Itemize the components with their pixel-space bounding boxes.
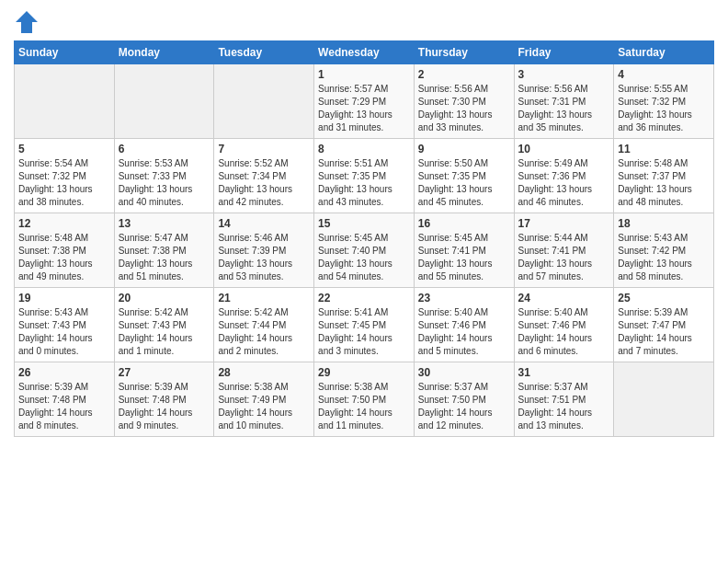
calendar-cell: 27Sunrise: 5:39 AMSunset: 7:48 PMDayligh…: [114, 362, 214, 437]
day-info: Sunrise: 5:40 AMSunset: 7:46 PMDaylight:…: [418, 306, 510, 358]
weekday-header-sunday: Sunday: [15, 41, 115, 64]
day-number: 21: [218, 292, 310, 304]
day-number: 31: [518, 366, 610, 379]
day-number: 8: [318, 143, 410, 155]
logo-icon: [14, 9, 40, 35]
calendar-cell: 7Sunrise: 5:52 AMSunset: 7:34 PMDaylight…: [214, 139, 314, 213]
day-number: 5: [18, 143, 110, 155]
day-info: Sunrise: 5:56 AMSunset: 7:31 PMDaylight:…: [518, 83, 610, 134]
day-number: 16: [418, 217, 510, 230]
day-info: Sunrise: 5:46 AMSunset: 7:39 PMDaylight:…: [218, 232, 310, 283]
weekday-header-saturday: Saturday: [614, 41, 714, 64]
day-info: Sunrise: 5:48 AMSunset: 7:38 PMDaylight:…: [18, 232, 110, 283]
calendar-cell: 17Sunrise: 5:44 AMSunset: 7:41 PMDayligh…: [514, 213, 614, 288]
day-info: Sunrise: 5:45 AMSunset: 7:40 PMDaylight:…: [318, 232, 410, 283]
calendar-cell: 31Sunrise: 5:37 AMSunset: 7:51 PMDayligh…: [514, 362, 614, 437]
day-info: Sunrise: 5:54 AMSunset: 7:32 PMDaylight:…: [18, 157, 110, 209]
calendar-week-1: 1Sunrise: 5:57 AMSunset: 7:29 PMDaylight…: [15, 64, 714, 139]
header-row: SundayMondayTuesdayWednesdayThursdayFrid…: [15, 41, 714, 64]
calendar-cell: 29Sunrise: 5:38 AMSunset: 7:50 PMDayligh…: [314, 362, 415, 437]
weekday-header-thursday: Thursday: [414, 41, 514, 64]
day-info: Sunrise: 5:50 AMSunset: 7:35 PMDaylight:…: [418, 157, 510, 209]
day-info: Sunrise: 5:48 AMSunset: 7:37 PMDaylight:…: [618, 157, 710, 209]
calendar-cell: 24Sunrise: 5:40 AMSunset: 7:46 PMDayligh…: [514, 288, 614, 362]
day-info: Sunrise: 5:41 AMSunset: 7:45 PMDaylight:…: [318, 306, 410, 358]
calendar-cell: [614, 362, 714, 437]
day-info: Sunrise: 5:44 AMSunset: 7:41 PMDaylight:…: [518, 232, 610, 283]
day-number: 9: [418, 143, 510, 155]
calendar-cell: 13Sunrise: 5:47 AMSunset: 7:38 PMDayligh…: [114, 213, 214, 288]
day-info: Sunrise: 5:38 AMSunset: 7:50 PMDaylight:…: [318, 381, 410, 432]
weekday-header-tuesday: Tuesday: [214, 41, 314, 64]
day-number: 6: [119, 143, 210, 155]
day-number: 24: [518, 292, 610, 304]
svg-marker-0: [16, 11, 38, 33]
calendar-cell: 28Sunrise: 5:38 AMSunset: 7:49 PMDayligh…: [214, 362, 314, 437]
day-number: 11: [618, 143, 710, 155]
day-info: Sunrise: 5:38 AMSunset: 7:49 PMDaylight:…: [218, 381, 310, 432]
day-info: Sunrise: 5:43 AMSunset: 7:42 PMDaylight:…: [618, 232, 710, 283]
calendar-week-2: 5Sunrise: 5:54 AMSunset: 7:32 PMDaylight…: [15, 139, 714, 213]
calendar-cell: 26Sunrise: 5:39 AMSunset: 7:48 PMDayligh…: [15, 362, 115, 437]
day-info: Sunrise: 5:39 AMSunset: 7:48 PMDaylight:…: [18, 381, 110, 432]
calendar-cell: 30Sunrise: 5:37 AMSunset: 7:50 PMDayligh…: [414, 362, 514, 437]
calendar-cell: 22Sunrise: 5:41 AMSunset: 7:45 PMDayligh…: [314, 288, 415, 362]
calendar-cell: 15Sunrise: 5:45 AMSunset: 7:40 PMDayligh…: [314, 213, 415, 288]
calendar-cell: 3Sunrise: 5:56 AMSunset: 7:31 PMDaylight…: [514, 64, 614, 139]
day-info: Sunrise: 5:47 AMSunset: 7:38 PMDaylight:…: [119, 232, 210, 283]
day-number: 1: [318, 68, 410, 81]
calendar-cell: 8Sunrise: 5:51 AMSunset: 7:35 PMDaylight…: [314, 139, 415, 213]
day-number: 14: [218, 217, 310, 230]
calendar-cell: 20Sunrise: 5:42 AMSunset: 7:43 PMDayligh…: [114, 288, 214, 362]
day-info: Sunrise: 5:49 AMSunset: 7:36 PMDaylight:…: [518, 157, 610, 209]
day-info: Sunrise: 5:39 AMSunset: 7:47 PMDaylight:…: [618, 306, 710, 358]
day-number: 10: [518, 143, 610, 155]
calendar-cell: 4Sunrise: 5:55 AMSunset: 7:32 PMDaylight…: [614, 64, 714, 139]
day-number: 3: [518, 68, 610, 81]
calendar-cell: 6Sunrise: 5:53 AMSunset: 7:33 PMDaylight…: [114, 139, 214, 213]
calendar-cell: 2Sunrise: 5:56 AMSunset: 7:30 PMDaylight…: [414, 64, 514, 139]
page-header: [14, 9, 714, 35]
day-info: Sunrise: 5:53 AMSunset: 7:33 PMDaylight:…: [119, 157, 210, 209]
calendar-cell: 25Sunrise: 5:39 AMSunset: 7:47 PMDayligh…: [614, 288, 714, 362]
calendar-cell: [15, 64, 115, 139]
day-number: 12: [18, 217, 110, 230]
day-info: Sunrise: 5:57 AMSunset: 7:29 PMDaylight:…: [318, 83, 410, 134]
calendar-cell: 16Sunrise: 5:45 AMSunset: 7:41 PMDayligh…: [414, 213, 514, 288]
calendar-cell: 19Sunrise: 5:43 AMSunset: 7:43 PMDayligh…: [15, 288, 115, 362]
calendar-week-3: 12Sunrise: 5:48 AMSunset: 7:38 PMDayligh…: [15, 213, 714, 288]
calendar-cell: 21Sunrise: 5:42 AMSunset: 7:44 PMDayligh…: [214, 288, 314, 362]
day-number: 17: [518, 217, 610, 230]
weekday-header-friday: Friday: [514, 41, 614, 64]
calendar-week-5: 26Sunrise: 5:39 AMSunset: 7:48 PMDayligh…: [15, 362, 714, 437]
day-number: 2: [418, 68, 510, 81]
calendar-cell: 12Sunrise: 5:48 AMSunset: 7:38 PMDayligh…: [15, 213, 115, 288]
calendar-cell: 10Sunrise: 5:49 AMSunset: 7:36 PMDayligh…: [514, 139, 614, 213]
day-info: Sunrise: 5:51 AMSunset: 7:35 PMDaylight:…: [318, 157, 410, 209]
calendar-cell: 5Sunrise: 5:54 AMSunset: 7:32 PMDaylight…: [15, 139, 115, 213]
day-number: 18: [618, 217, 710, 230]
calendar-cell: [114, 64, 214, 139]
day-number: 4: [618, 68, 710, 81]
day-info: Sunrise: 5:52 AMSunset: 7:34 PMDaylight:…: [218, 157, 310, 209]
day-number: 23: [418, 292, 510, 304]
calendar-cell: [214, 64, 314, 139]
day-number: 27: [119, 366, 210, 379]
day-info: Sunrise: 5:55 AMSunset: 7:32 PMDaylight:…: [618, 83, 710, 134]
calendar-cell: 1Sunrise: 5:57 AMSunset: 7:29 PMDaylight…: [314, 64, 415, 139]
day-number: 22: [318, 292, 410, 304]
calendar-cell: 14Sunrise: 5:46 AMSunset: 7:39 PMDayligh…: [214, 213, 314, 288]
day-number: 29: [318, 366, 410, 379]
day-info: Sunrise: 5:45 AMSunset: 7:41 PMDaylight:…: [418, 232, 510, 283]
weekday-header-wednesday: Wednesday: [314, 41, 415, 64]
day-info: Sunrise: 5:42 AMSunset: 7:43 PMDaylight:…: [119, 306, 210, 358]
calendar-cell: 11Sunrise: 5:48 AMSunset: 7:37 PMDayligh…: [614, 139, 714, 213]
weekday-header-monday: Monday: [114, 41, 214, 64]
day-number: 7: [218, 143, 310, 155]
day-number: 20: [119, 292, 210, 304]
calendar-table: SundayMondayTuesdayWednesdayThursdayFrid…: [14, 40, 714, 437]
day-info: Sunrise: 5:37 AMSunset: 7:50 PMDaylight:…: [418, 381, 510, 432]
logo: [14, 9, 43, 35]
day-info: Sunrise: 5:40 AMSunset: 7:46 PMDaylight:…: [518, 306, 610, 358]
calendar-cell: 9Sunrise: 5:50 AMSunset: 7:35 PMDaylight…: [414, 139, 514, 213]
